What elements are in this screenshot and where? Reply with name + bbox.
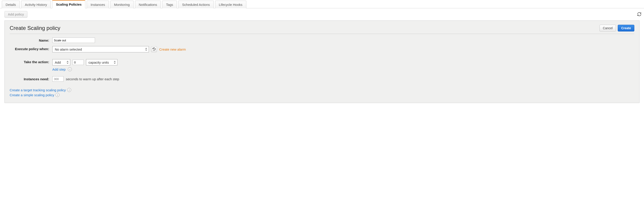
cancel-button[interactable]: Cancel xyxy=(600,25,616,32)
tab-lifecycle-hooks[interactable]: Lifecycle Hooks xyxy=(215,1,246,8)
tab-activity-history[interactable]: Activity History xyxy=(21,1,51,8)
alarm-select-value: No alarm selected xyxy=(55,48,82,51)
action-unit-value: capacity units xyxy=(88,61,109,64)
tab-monitoring[interactable]: Monitoring xyxy=(110,1,134,8)
add-policy-button: Add policy xyxy=(4,11,28,18)
refresh-icon xyxy=(637,12,642,17)
tab-details[interactable]: Details xyxy=(2,1,20,8)
alarm-select[interactable]: No alarm selected xyxy=(52,46,149,52)
info-icon[interactable]: i xyxy=(56,93,60,97)
create-new-alarm-link[interactable]: Create new alarm xyxy=(159,48,186,51)
instances-need-label: Instances need: xyxy=(10,76,52,81)
tab-notifications[interactable]: Notifications xyxy=(135,1,161,8)
create-scaling-policy-panel: Create Scaling policy Cancel Create Name… xyxy=(4,21,640,103)
tab-scaling-policies[interactable]: Scaling Policies xyxy=(52,0,85,8)
action-operator-value: Add xyxy=(55,61,61,64)
chevron-updown-icon xyxy=(114,61,116,64)
info-icon[interactable]: i xyxy=(67,88,71,92)
create-button[interactable]: Create xyxy=(618,25,634,32)
tab-tags[interactable]: Tags xyxy=(162,1,177,8)
add-step-link[interactable]: Add step xyxy=(52,68,66,71)
name-label: Name: xyxy=(10,38,52,42)
refresh-page-button[interactable] xyxy=(636,12,642,17)
take-action-label: Take the action: xyxy=(10,59,52,64)
create-target-tracking-link[interactable]: Create a target tracking scaling policy xyxy=(10,88,66,92)
action-amount-input[interactable] xyxy=(72,60,84,65)
panel-title: Create Scaling policy xyxy=(10,25,60,31)
name-input[interactable] xyxy=(52,38,95,43)
warmup-suffix-text: seconds to warm up after each step xyxy=(66,77,119,81)
action-operator-select[interactable]: Add xyxy=(52,59,70,65)
chevron-updown-icon xyxy=(66,61,69,64)
warmup-seconds-input[interactable] xyxy=(52,76,64,82)
info-icon[interactable]: i xyxy=(68,67,72,71)
refresh-alarms-button[interactable] xyxy=(151,46,157,52)
execute-policy-label: Execute policy when: xyxy=(10,46,52,51)
refresh-icon xyxy=(152,47,156,52)
action-unit-select[interactable]: capacity units xyxy=(86,59,118,65)
tab-scheduled-actions[interactable]: Scheduled Actions xyxy=(178,1,214,8)
tab-instances[interactable]: Instances xyxy=(87,1,109,8)
chevron-updown-icon xyxy=(145,48,147,51)
create-simple-scaling-link[interactable]: Create a simple scaling policy xyxy=(10,93,54,97)
tab-bar: Details Activity History Scaling Policie… xyxy=(0,0,644,8)
